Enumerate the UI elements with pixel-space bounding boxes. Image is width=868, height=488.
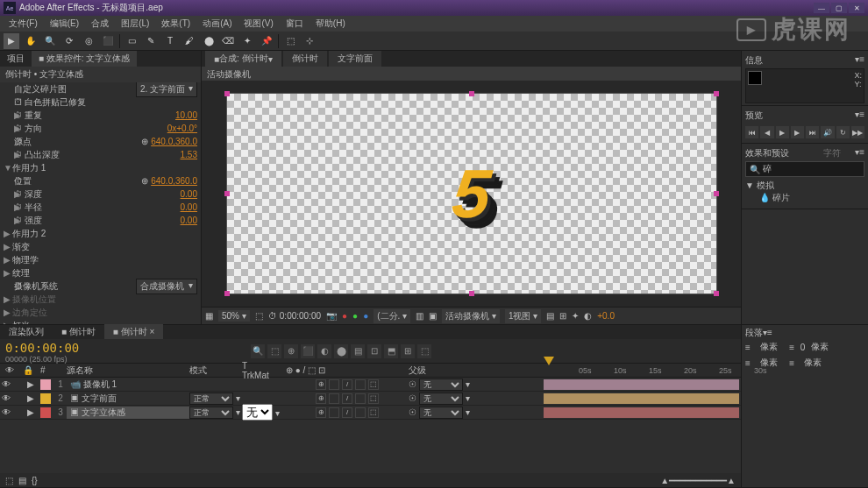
- audio-icon[interactable]: 🔊: [821, 126, 834, 138]
- stopwatch-icon[interactable]: ⏱: [14, 216, 25, 225]
- handle-icon[interactable]: [224, 191, 230, 196]
- camerasys-dropdown[interactable]: 合成摄像机▾: [136, 279, 197, 294]
- origin-value[interactable]: 640.0,360.0: [151, 137, 197, 146]
- ram-preview-icon[interactable]: ▶▶: [851, 126, 864, 138]
- switch-icon[interactable]: ⊕: [284, 344, 298, 358]
- stopwatch-icon[interactable]: ⏱: [4, 176, 14, 186]
- current-timecode[interactable]: 0:00:00:00: [5, 341, 240, 355]
- tab-comp-main[interactable]: ■ 合成: 倒计时 ▾: [205, 51, 281, 67]
- toggle-icon[interactable]: ◐: [584, 311, 592, 321]
- brush-tool-icon[interactable]: 🖌: [181, 33, 197, 49]
- pen-tool-icon[interactable]: ✎: [143, 33, 159, 49]
- switch-icon[interactable]: ⬚: [368, 379, 379, 390]
- handle-icon[interactable]: [714, 291, 719, 296]
- tab-comp1[interactable]: ■ 倒计时: [53, 324, 104, 340]
- toggle-icon[interactable]: {}: [32, 476, 38, 485]
- stopwatch-icon[interactable]: ⏱: [14, 150, 25, 159]
- align-icon[interactable]: ≡: [745, 343, 751, 352]
- zoom-slider[interactable]: ▲━━━━━━━━━━━▲: [660, 476, 736, 485]
- trkmat-select[interactable]: 无: [242, 404, 273, 421]
- tab-comp-textfront[interactable]: 文字前面: [329, 51, 381, 67]
- playhead-icon[interactable]: [544, 357, 554, 365]
- loop-icon[interactable]: ↻: [836, 126, 850, 138]
- switch-icon[interactable]: ⊞: [401, 344, 415, 358]
- prev-frame-icon[interactable]: ◀: [760, 126, 773, 138]
- switch-icon[interactable]: [329, 379, 339, 390]
- stopwatch-icon[interactable]: ⏱: [14, 124, 25, 133]
- expand-icon[interactable]: ▶: [4, 110, 14, 120]
- play-icon[interactable]: ▶: [776, 126, 789, 138]
- views-dropdown[interactable]: 1视图 ▾: [505, 309, 541, 323]
- selection-tool-icon[interactable]: ▶: [4, 33, 19, 49]
- menu-window[interactable]: 窗口: [281, 16, 309, 32]
- menu-icon[interactable]: ▾≡: [855, 54, 864, 67]
- layer-name[interactable]: 📹 摄像机 1: [67, 378, 189, 391]
- align-icon[interactable]: ≡: [745, 358, 751, 368]
- switch-icon[interactable]: ⬚: [417, 344, 431, 358]
- switch-icon[interactable]: ⊕: [316, 407, 326, 418]
- maximize-button[interactable]: ▢: [831, 3, 847, 13]
- layer-bar[interactable]: [544, 407, 739, 418]
- direction-value[interactable]: 0x+0.0°: [167, 124, 197, 133]
- visibility-toggle[interactable]: 👁: [0, 393, 12, 403]
- position-value[interactable]: 640.0,360.0: [151, 176, 197, 186]
- snap-icon[interactable]: ⬚: [282, 33, 298, 49]
- timecode-area[interactable]: 0:00:00:00 00000 (25.00 fps): [0, 339, 245, 363]
- switch-icon[interactable]: ⬚: [368, 393, 379, 404]
- channel-icon[interactable]: ●: [363, 311, 368, 321]
- menu-view[interactable]: 视图(V): [238, 16, 278, 32]
- roto-tool-icon[interactable]: ✦: [239, 33, 255, 49]
- menu-layer[interactable]: 图层(L): [116, 16, 154, 32]
- stopwatch-icon[interactable]: ⏱: [4, 97, 14, 107]
- menu-icon[interactable]: ▾≡: [763, 328, 772, 337]
- layer-bar[interactable]: [544, 393, 739, 404]
- toggle-icon[interactable]: ▤: [18, 476, 26, 485]
- time-ruler[interactable]: 05s 10s 15s 20s 25s 30s: [544, 364, 741, 377]
- pan-icon[interactable]: ⬚: [255, 311, 263, 321]
- parent-select[interactable]: 无: [419, 407, 463, 419]
- toggle-icon[interactable]: ✦: [572, 311, 579, 321]
- exposure-value[interactable]: +0.0: [597, 311, 615, 321]
- expand-icon[interactable]: ▶: [4, 255, 12, 265]
- stopwatch-icon[interactable]: ⏱: [14, 110, 25, 120]
- switch-icon[interactable]: ◐: [317, 344, 331, 358]
- switch-icon[interactable]: ⬒: [384, 344, 398, 358]
- parent-select[interactable]: 无: [419, 393, 463, 405]
- canvas[interactable]: 5: [226, 93, 717, 294]
- switch-icon[interactable]: ▤: [351, 344, 365, 358]
- handle-icon[interactable]: [714, 191, 719, 196]
- hand-tool-icon[interactable]: ✋: [23, 33, 39, 49]
- toggle-icon[interactable]: ▤: [546, 311, 554, 321]
- expand-icon[interactable]: ▶: [4, 124, 14, 133]
- expand-icon[interactable]: ▶: [4, 202, 14, 212]
- toggle-icon[interactable]: ⊞: [559, 311, 566, 321]
- switch-icon[interactable]: [355, 393, 366, 404]
- camera-tool-icon[interactable]: ◎: [81, 33, 96, 49]
- composition-viewer[interactable]: 5: [202, 81, 741, 307]
- label-color[interactable]: [40, 407, 51, 418]
- switch-icon[interactable]: [355, 379, 366, 390]
- text-tool-icon[interactable]: T: [162, 33, 178, 49]
- crosshair-icon[interactable]: ⊕: [141, 137, 148, 146]
- parent-select[interactable]: 无: [419, 378, 463, 391]
- resolution-dropdown[interactable]: (二分. ▾: [374, 309, 410, 323]
- switch-icon[interactable]: ⊕: [316, 379, 326, 390]
- tab-comp-countdown[interactable]: 倒计时: [283, 51, 327, 67]
- handle-icon[interactable]: [469, 91, 474, 96]
- stopwatch-icon[interactable]: ⏱: [14, 189, 25, 199]
- menu-edit[interactable]: 编辑(E): [45, 16, 84, 32]
- strength-value[interactable]: 0.00: [181, 216, 197, 225]
- search-icon[interactable]: 🔍: [251, 344, 265, 358]
- tab-render-queue[interactable]: 渲染队列: [0, 324, 53, 340]
- menu-animation[interactable]: 动画(A): [197, 16, 237, 32]
- last-frame-icon[interactable]: ⏭: [806, 126, 819, 138]
- rotate-tool-icon[interactable]: ⟳: [61, 33, 77, 49]
- visibility-toggle[interactable]: 👁: [0, 379, 12, 389]
- expand-icon[interactable]: ▶: [4, 216, 14, 225]
- puppet-tool-icon[interactable]: 📌: [259, 33, 274, 49]
- switch-icon[interactable]: ⊡: [367, 344, 381, 358]
- switch-icon[interactable]: /: [342, 407, 352, 418]
- layer-row[interactable]: 👁 ▶ 1 📹 摄像机 1 ⊕/⬚ ☉ 无 ▾: [0, 378, 741, 392]
- menu-help[interactable]: 帮助(H): [310, 16, 351, 32]
- first-frame-icon[interactable]: ⏮: [745, 126, 758, 138]
